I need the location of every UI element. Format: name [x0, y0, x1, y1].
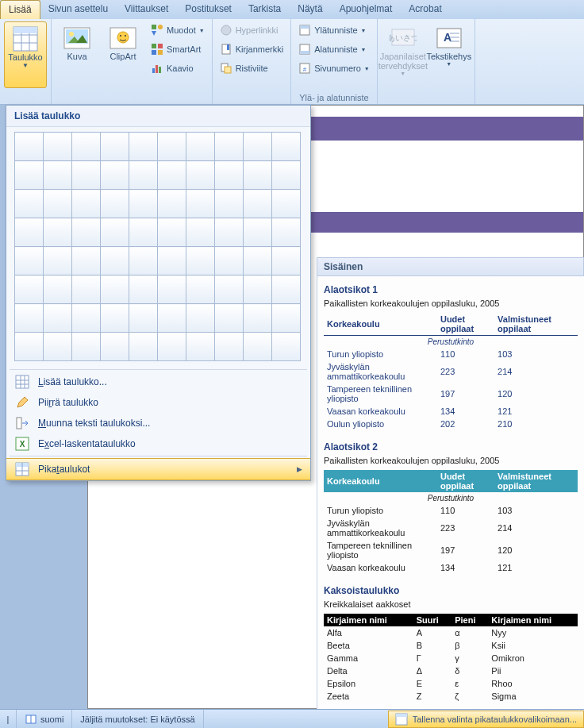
- grid-cell[interactable]: [44, 133, 72, 161]
- grid-cell[interactable]: [15, 275, 44, 304]
- grid-cell[interactable]: [244, 190, 272, 218]
- crossref-button[interactable]: Ristiviite: [217, 60, 287, 77]
- tab-acrobat[interactable]: Acrobat: [401, 0, 450, 19]
- grid-cell[interactable]: [186, 190, 215, 218]
- grid-cell[interactable]: [272, 218, 301, 247]
- grid-cell[interactable]: [272, 333, 301, 361]
- grid-cell[interactable]: [72, 304, 101, 333]
- grid-cell[interactable]: [101, 161, 129, 190]
- grid-cell[interactable]: [129, 333, 158, 361]
- grid-cell[interactable]: [72, 190, 101, 218]
- gallery-item-subheadings2[interactable]: Alaotsikot 2 Paikallisten korkeakoulujen…: [317, 433, 584, 577]
- grid-cell[interactable]: [158, 133, 186, 161]
- grid-cell[interactable]: [44, 161, 72, 190]
- table-size-grid[interactable]: [6, 127, 310, 368]
- japanese-greetings-button[interactable]: あいさつ Japanilaiset tervehdykset ▼: [382, 21, 425, 88]
- tab-mailings[interactable]: Postitukset: [177, 0, 240, 19]
- grid-cell[interactable]: [244, 161, 272, 190]
- draw-table-item[interactable]: Piirrä taulukko: [6, 392, 310, 413]
- tab-references[interactable]: Viittaukset: [117, 0, 177, 19]
- grid-cell[interactable]: [186, 218, 215, 247]
- grid-cell[interactable]: [215, 333, 244, 361]
- grid-cell[interactable]: [129, 161, 158, 190]
- grid-cell[interactable]: [215, 133, 244, 161]
- grid-cell[interactable]: [129, 247, 158, 275]
- grid-cell[interactable]: [15, 190, 44, 218]
- grid-cell[interactable]: [101, 133, 129, 161]
- grid-cell[interactable]: [158, 218, 186, 247]
- save-selection-button[interactable]: Tallenna valinta pikataulukkovalikoimaan…: [388, 711, 584, 728]
- grid-cell[interactable]: [186, 275, 215, 304]
- chart-button[interactable]: Kaavio: [148, 60, 208, 77]
- grid-cell[interactable]: [129, 133, 158, 161]
- grid-cell[interactable]: [215, 190, 244, 218]
- grid-cell[interactable]: [72, 247, 101, 275]
- grid-cell[interactable]: [272, 275, 301, 304]
- grid-cell[interactable]: [101, 190, 129, 218]
- grid-cell[interactable]: [186, 333, 215, 361]
- grid-cell[interactable]: [72, 275, 101, 304]
- picture-button[interactable]: Kuva: [56, 21, 98, 88]
- grid-cell[interactable]: [186, 133, 215, 161]
- grid-cell[interactable]: [101, 304, 129, 333]
- grid-cell[interactable]: [101, 275, 129, 304]
- smartart-button[interactable]: SmartArt: [148, 40, 208, 58]
- status-track-changes[interactable]: Jäljitä muutokset: Ei käytössä: [72, 710, 203, 728]
- grid-cell[interactable]: [158, 190, 186, 218]
- grid-cell[interactable]: [129, 275, 158, 304]
- excel-table-item[interactable]: X Excel-laskentataulukko: [6, 433, 310, 454]
- grid-cell[interactable]: [44, 304, 72, 333]
- bookmark-button[interactable]: Kirjanmerkki: [217, 40, 287, 58]
- footer-button[interactable]: Alatunniste ▼: [295, 40, 373, 58]
- grid-cell[interactable]: [215, 275, 244, 304]
- status-page[interactable]: |: [0, 710, 17, 728]
- grid-cell[interactable]: [15, 218, 44, 247]
- grid-cell[interactable]: [44, 190, 72, 218]
- tab-insert[interactable]: Lisää: [0, 0, 40, 19]
- grid-cell[interactable]: [129, 190, 158, 218]
- grid-cell[interactable]: [72, 133, 101, 161]
- grid-cell[interactable]: [158, 304, 186, 333]
- grid-cell[interactable]: [44, 275, 72, 304]
- tab-view[interactable]: Näytä: [290, 0, 331, 19]
- header-button[interactable]: Ylätunniste ▼: [295, 21, 373, 39]
- grid-cell[interactable]: [244, 247, 272, 275]
- table-button[interactable]: Taulukko ▼: [4, 21, 47, 88]
- grid-cell[interactable]: [272, 247, 301, 275]
- grid-cell[interactable]: [72, 161, 101, 190]
- tab-page-layout[interactable]: Sivun asettelu: [40, 0, 117, 19]
- grid-cell[interactable]: [15, 161, 44, 190]
- gallery-item-subheadings1[interactable]: Alaotsikot 1 Paikallisten korkeakoulujen…: [317, 276, 584, 433]
- grid-cell[interactable]: [72, 333, 101, 361]
- grid-cell[interactable]: [129, 218, 158, 247]
- grid-cell[interactable]: [44, 218, 72, 247]
- grid-cell[interactable]: [101, 333, 129, 361]
- insert-table-item[interactable]: Lisää taulukko...: [6, 372, 310, 392]
- grid-cell[interactable]: [158, 275, 186, 304]
- hyperlink-button[interactable]: Hyperlinkki: [217, 21, 287, 39]
- tab-review[interactable]: Tarkista: [240, 0, 290, 19]
- grid-cell[interactable]: [101, 218, 129, 247]
- grid-cell[interactable]: [44, 333, 72, 361]
- grid-cell[interactable]: [101, 247, 129, 275]
- grid-cell[interactable]: [129, 304, 158, 333]
- grid-cell[interactable]: [158, 161, 186, 190]
- shapes-button[interactable]: Muodot ▼: [148, 21, 208, 39]
- grid-cell[interactable]: [244, 133, 272, 161]
- grid-cell[interactable]: [244, 218, 272, 247]
- grid-cell[interactable]: [272, 161, 301, 190]
- grid-cell[interactable]: [272, 133, 301, 161]
- quick-tables-item[interactable]: Pikataulukot ▶: [6, 458, 310, 480]
- textbox-button[interactable]: A Tekstikehys ▼: [428, 21, 471, 88]
- clipart-button[interactable]: ClipArt: [102, 21, 144, 88]
- grid-cell[interactable]: [215, 161, 244, 190]
- grid-cell[interactable]: [244, 275, 272, 304]
- grid-cell[interactable]: [186, 161, 215, 190]
- grid-cell[interactable]: [215, 218, 244, 247]
- grid-cell[interactable]: [15, 333, 44, 361]
- grid-cell[interactable]: [158, 247, 186, 275]
- grid-cell[interactable]: [272, 304, 301, 333]
- grid-cell[interactable]: [15, 247, 44, 275]
- grid-cell[interactable]: [15, 133, 44, 161]
- grid-cell[interactable]: [215, 304, 244, 333]
